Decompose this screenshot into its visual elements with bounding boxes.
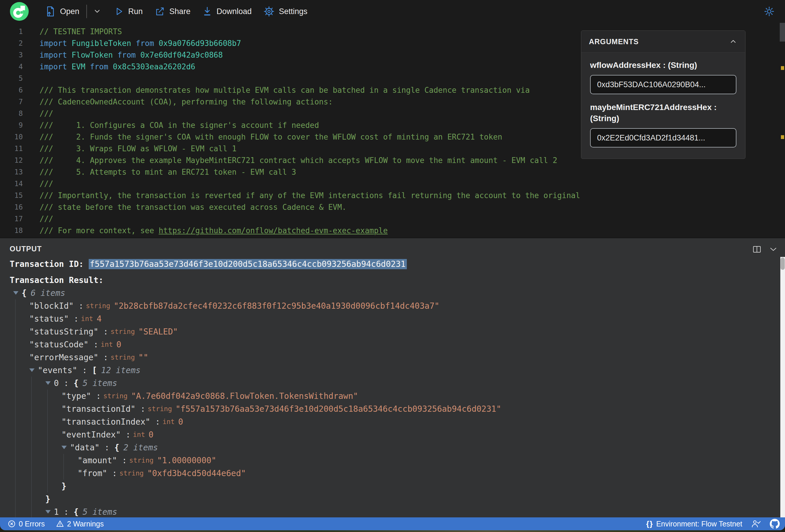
errors-status[interactable]: 0 Errors xyxy=(8,520,45,528)
tree-row: "events" : [12 items xyxy=(29,364,785,377)
code-token: 0x9a0766d93b6608b7 xyxy=(159,39,241,48)
tree-colon: : xyxy=(59,507,74,517)
tree-group: "type" :string"A.7e60df042a9c0868.FlowTo… xyxy=(47,389,785,492)
line-number: 5 xyxy=(0,73,23,84)
wflow-address-input[interactable]: 0xd3bF53DAC106A0290B04... xyxy=(590,75,736,94)
maybemint-address-input[interactable]: 0x2E2Ed0Cfd3AD2f1d34481... xyxy=(590,128,736,148)
line-number: 2 xyxy=(0,37,23,49)
warnings-status[interactable]: 2 Warnings xyxy=(56,520,104,528)
code-token: from xyxy=(90,62,113,71)
tree-row: 0 : {5 items xyxy=(45,377,785,389)
editor-scrollbar-thumb[interactable] xyxy=(780,23,785,42)
tree-bracket: { xyxy=(73,507,78,517)
collapse-triangle-icon[interactable] xyxy=(45,510,51,513)
share-button[interactable]: Share xyxy=(155,6,191,17)
tree-row: {6 items xyxy=(13,286,785,299)
line-number: 3 xyxy=(0,49,23,61)
tree-key: "blockId" xyxy=(29,301,74,311)
code-token: from xyxy=(117,51,140,59)
code-token: import xyxy=(40,62,72,71)
settings-button[interactable]: Settings xyxy=(263,6,308,17)
code-token: import xyxy=(40,39,72,48)
tree-bracket: { xyxy=(73,378,78,388)
tree-item-count: 12 items xyxy=(101,365,141,375)
tree-colon: : xyxy=(98,327,108,336)
github-icon[interactable] xyxy=(770,519,780,529)
tree-close-row: } xyxy=(61,480,785,492)
line-number: 16 xyxy=(0,201,23,213)
code-token: EVM xyxy=(72,62,90,71)
split-panel-icon[interactable] xyxy=(752,245,762,254)
code-token: /// CadenceOwnedAccount (COA), performin… xyxy=(40,97,333,106)
tree-value: "f557a1573b76aa53e73d46f3e10d200d5c18a65… xyxy=(176,404,501,414)
error-circle-icon xyxy=(8,520,16,528)
code-token: /// 4. Approves the example MaybeMintERC… xyxy=(40,156,557,165)
tree-colon: : xyxy=(107,468,117,478)
collapse-triangle-icon[interactable] xyxy=(13,291,19,295)
line-number: 17 xyxy=(0,213,23,225)
tree-key: "data" xyxy=(70,443,100,452)
warning-marker xyxy=(781,135,784,139)
code-token: 0x7e60df042a9c0868 xyxy=(140,51,223,59)
tree-value: 4 xyxy=(97,314,102,324)
open-dropdown-button[interactable] xyxy=(92,6,102,17)
collapse-triangle-icon[interactable] xyxy=(61,446,67,449)
tree-key: "type" xyxy=(61,391,91,401)
tree-colon: : xyxy=(88,340,98,349)
tree-group: "amount" :string"1.00000000""from" :stri… xyxy=(64,454,785,480)
tree-value: 0 xyxy=(117,340,122,349)
tree-row: "status" :int4 xyxy=(29,312,785,325)
share-icon xyxy=(155,6,165,17)
argument-label: maybeMintERC721AddressHex : (String) xyxy=(590,102,736,124)
status-bar: 0 Errors 2 Warnings {} Envi xyxy=(0,517,785,530)
code-line: 15/// Importantly, the transaction is re… xyxy=(0,189,785,201)
sun-icon xyxy=(764,6,775,17)
tree-bracket: } xyxy=(61,481,67,491)
warnings-count: 2 Warnings xyxy=(67,520,104,528)
tree-bracket: { xyxy=(22,288,27,298)
tree-value-type: string xyxy=(86,302,110,310)
output-scrollbar-thumb[interactable] xyxy=(781,257,785,270)
tree-value: "SEALED" xyxy=(138,327,178,336)
tree-key: "from" xyxy=(78,468,107,478)
line-number: 1 xyxy=(0,26,23,37)
collapse-triangle-icon[interactable] xyxy=(45,381,51,385)
editor-scrollbar[interactable] xyxy=(780,23,785,237)
theme-toggle-button[interactable] xyxy=(764,6,775,17)
tree-row: "blockId" :string"2b28cbfb87da2cfec4f023… xyxy=(29,299,785,312)
code-link[interactable]: https://github.com/onflow/batched-evm-ex… xyxy=(159,226,388,235)
collapse-triangle-icon[interactable] xyxy=(29,369,34,372)
settings-label: Settings xyxy=(279,7,308,16)
environment-status[interactable]: {} Environment: Flow Testnet xyxy=(646,520,742,529)
tree-close-row: } xyxy=(45,492,785,505)
download-button[interactable]: Download xyxy=(202,6,252,17)
tree-row: "type" :string"A.7e60df042a9c0868.FlowTo… xyxy=(61,389,785,402)
tree-item-count: 6 items xyxy=(31,288,65,298)
tree-row: "statusString" :string"SEALED" xyxy=(29,325,785,338)
open-button[interactable]: Open xyxy=(45,6,79,17)
tree-value-type: int xyxy=(162,418,175,426)
tree-value-type: string xyxy=(111,328,135,335)
tree-key: "transactionId" xyxy=(61,404,135,414)
run-button[interactable]: Run xyxy=(114,6,143,17)
collapse-chevron-up-icon[interactable] xyxy=(729,37,738,46)
collapse-output-chevron-icon[interactable] xyxy=(768,245,778,254)
tree-key: "eventIndex" xyxy=(61,430,121,439)
tree-bracket: } xyxy=(45,494,50,504)
warning-triangle-icon xyxy=(56,520,64,528)
line-number: 10 xyxy=(0,131,23,143)
feedback-person-icon[interactable] xyxy=(751,519,761,529)
open-label: Open xyxy=(60,7,79,16)
tree-value: "" xyxy=(138,353,148,362)
tree-row: "transactionId" :string"f557a1573b76aa53… xyxy=(61,402,785,415)
transaction-id-row: Transaction ID: f557a1573b76aa53e73d46f3… xyxy=(10,259,785,269)
tree-value-type: int xyxy=(101,340,113,348)
code-token: FlowToken xyxy=(72,51,118,59)
errors-count: 0 Errors xyxy=(19,520,45,528)
toolbar: Open Run xyxy=(0,0,785,23)
code-line: 18/// For more context, see https://gith… xyxy=(0,225,785,236)
transaction-result-label: Transaction Result: xyxy=(10,275,785,285)
output-scrollbar[interactable] xyxy=(780,257,785,517)
tree-colon: : xyxy=(91,391,101,401)
tree-colon: : xyxy=(74,301,84,311)
